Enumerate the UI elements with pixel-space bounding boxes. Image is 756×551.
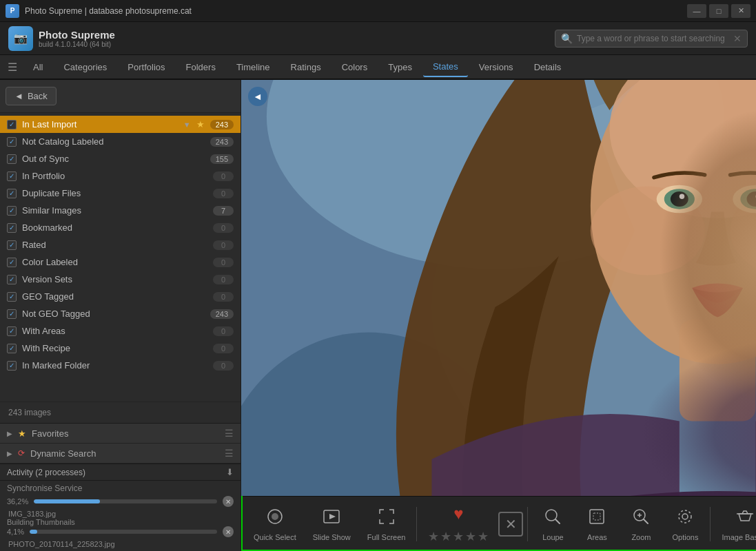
tab-portfolios[interactable]: Portfolios [118,58,174,76]
tab-timeline[interactable]: Timeline [227,58,280,76]
dynamic-search-panel-header[interactable]: ▶ ⟳ Dynamic Search ☰ [0,444,241,464]
fullscreen-label: Full Screen [367,533,406,541]
progress-filename-2: PHOTO_20170114_225823.jpg [7,540,234,548]
state-checkbox[interactable] [7,326,17,336]
dynamic-search-label: Dynamic Search [30,448,219,459]
progress-cancel-1[interactable]: ✕ [223,496,234,507]
state-item-with-areas[interactable]: With Areas 0 [0,322,241,340]
options-button[interactable]: Options [664,503,706,545]
state-item-color-labeled[interactable]: Color Labeled 0 [0,253,241,271]
favorites-menu-icon[interactable]: ☰ [225,428,234,439]
state-checkbox[interactable] [7,137,17,147]
logo-text: Photo Supreme build 4.1.0.1440 (64 bit) [39,29,115,48]
state-item-in-last-import[interactable]: In Last Import ▼ ★ 243 [0,116,241,133]
state-checkbox[interactable] [7,154,17,164]
titlebar-title: Photo Supreme | database photosupreme.ca… [25,6,192,16]
state-item-not-geo-tagged[interactable]: Not GEO Tagged 243 [0,305,241,322]
state-checkbox[interactable] [7,120,17,129]
back-button[interactable]: ◄ Back [6,87,57,105]
loupe-icon [543,507,562,530]
heart-icon[interactable]: ♥ [453,504,463,523]
slideshow-label: Slide Show [313,533,351,541]
search-icon: 🔍 [561,33,573,44]
favorites-toggle[interactable]: ▶ [7,430,12,437]
state-checkbox[interactable] [7,361,17,371]
progress-filename-1: IMG_3183.jpg [7,510,234,518]
areas-button[interactable]: Areas [576,503,617,545]
state-count: 155 [210,154,234,164]
svg-marker-22 [329,514,336,519]
tab-versions[interactable]: Versions [469,58,523,76]
state-checkbox[interactable] [7,240,17,250]
search-bar[interactable]: 🔍 ✕ [555,30,748,48]
svg-point-4 [241,333,520,496]
state-checkbox[interactable] [7,309,17,319]
svg-point-5 [431,80,756,496]
sidebar: ◄ Back In Last Import ▼ ★ 243 Not Catalo… [0,80,241,551]
fullscreen-button[interactable]: Full Screen [360,503,413,545]
slideshow-button[interactable]: Slide Show [306,503,358,545]
state-item-version-sets[interactable]: Version Sets 0 [0,271,241,288]
image-basket-button[interactable]: 0 Image Basket [715,503,756,545]
minimize-button[interactable]: — [687,4,706,18]
state-checkbox[interactable] [7,189,17,198]
quick-select-button[interactable]: Quick Select [247,503,303,545]
titlebar-controls[interactable]: — □ ✕ [687,4,750,18]
state-item-duplicate-files[interactable]: Duplicate Files 0 [0,185,241,202]
activity-download-icon[interactable]: ⬇ [226,467,234,477]
state-item-out-of-sync[interactable]: Out of Sync 155 [0,150,241,167]
maximize-button[interactable]: □ [709,4,728,18]
sync-area: Synchronise Service 36,2% ✕ IMG_3183.jpg… [0,480,241,551]
logo-name: Photo Supreme [39,29,115,41]
svg-point-16 [680,194,684,199]
star-5[interactable]: ★ [478,529,489,544]
state-item-not-catalog-labeled[interactable]: Not Catalog Labeled 243 [0,133,241,150]
star-2[interactable]: ★ [440,529,451,544]
star-3[interactable]: ★ [453,529,464,544]
star-4[interactable]: ★ [465,529,476,544]
tab-folders[interactable]: Folders [176,58,225,76]
svg-point-1 [267,80,724,269]
slideshow-icon [322,507,341,530]
tab-states[interactable]: States [423,57,468,77]
state-item-bookmarked[interactable]: Bookmarked 0 [0,219,241,236]
tab-ratings[interactable]: Ratings [281,58,331,76]
state-item-with-recipe[interactable]: With Recipe 0 [0,340,241,357]
tab-colors[interactable]: Colors [332,58,378,76]
state-checkbox[interactable] [7,171,17,181]
dynamic-search-toggle[interactable]: ▶ [7,450,12,457]
nav-arrow[interactable]: ◄ [248,87,267,106]
tab-all[interactable]: All [23,58,52,76]
state-checkbox[interactable] [7,292,17,302]
star-1[interactable]: ★ [428,529,439,544]
svg-point-31 [682,514,688,519]
state-checkbox[interactable] [7,258,17,267]
state-checkbox[interactable] [7,344,17,353]
favorites-panel-header[interactable]: ▶ ★ Favorites ☰ [0,424,241,444]
state-label: Not GEO Tagged [22,309,205,319]
state-item-geo-tagged[interactable]: GEO Tagged 0 [0,288,241,305]
progress-cancel-2[interactable]: ✕ [223,526,234,537]
options-icon [675,507,695,530]
zoom-button[interactable]: Zoom [620,503,662,545]
state-item-in-marked-folder[interactable]: In Marked Folder 0 [0,357,241,374]
state-item-rated[interactable]: Rated 0 [0,236,241,253]
state-checkbox[interactable] [7,223,17,233]
tab-categories[interactable]: Categories [54,58,116,76]
menu-icon[interactable]: ☰ [3,57,22,76]
loupe-button[interactable]: Loupe [532,503,573,545]
search-clear-icon[interactable]: ✕ [733,33,742,44]
delete-button[interactable]: ✕ [498,512,523,537]
state-checkbox[interactable] [7,206,17,216]
state-checkbox[interactable] [7,275,17,284]
tab-details[interactable]: Details [524,58,571,76]
search-input[interactable] [577,34,729,43]
state-item-similar-images[interactable]: Similar Images 7 [0,202,241,219]
close-button[interactable]: ✕ [731,4,750,18]
svg-point-32 [679,510,691,523]
state-item-in-portfolio[interactable]: In Portfolio 0 [0,167,241,185]
tab-types[interactable]: Types [378,58,422,76]
state-count: 0 [213,258,234,267]
activity-label: Activity (2 processes) [7,468,221,477]
dynamic-search-menu-icon[interactable]: ☰ [225,448,234,459]
